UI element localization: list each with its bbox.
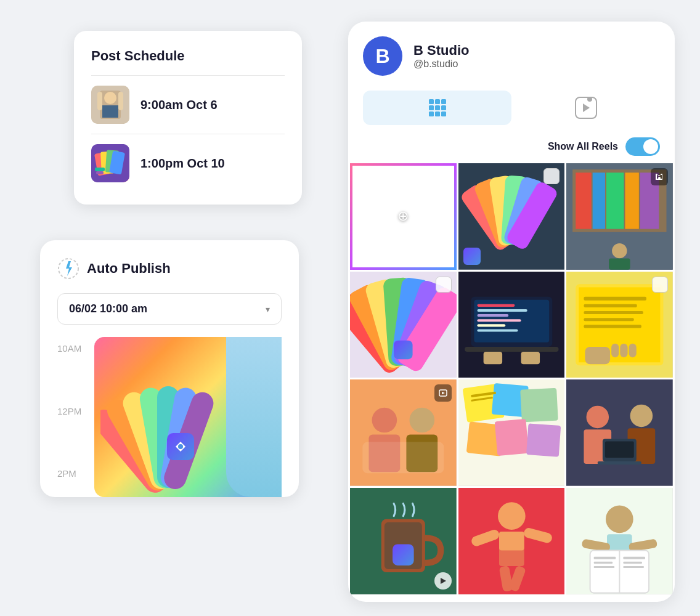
reel-play-icon bbox=[583, 103, 590, 112]
svg-rect-3 bbox=[102, 105, 118, 118]
svg-rect-71 bbox=[483, 352, 502, 364]
svg-point-116 bbox=[498, 502, 526, 530]
grid-cell-6[interactable] bbox=[566, 272, 673, 378]
toggle-thumb bbox=[643, 139, 658, 154]
svg-rect-5 bbox=[118, 92, 123, 110]
reel-badge-3 bbox=[651, 168, 668, 185]
grid-cell-11[interactable] bbox=[458, 488, 565, 594]
svg-rect-29 bbox=[376, 200, 392, 217]
schedule-item-2: 1:00pm Oct 10 bbox=[91, 134, 285, 192]
svg-point-103 bbox=[587, 406, 609, 429]
svg-point-51 bbox=[658, 177, 661, 179]
timeline-labels: 10AM 12PM 2PM bbox=[57, 337, 94, 497]
schedule-item-1: 9:00am Oct 6 bbox=[91, 76, 285, 134]
move-icon: ⊕ bbox=[397, 208, 409, 224]
svg-rect-68 bbox=[477, 324, 505, 326]
svg-rect-96 bbox=[520, 388, 558, 423]
svg-rect-102 bbox=[566, 379, 673, 486]
checkbox-badge-2[interactable] bbox=[543, 168, 560, 184]
svg-rect-27 bbox=[397, 180, 420, 193]
grid-icon bbox=[429, 99, 446, 116]
posts-grid: ⊕ bbox=[348, 163, 675, 594]
grid-cell-12[interactable] bbox=[566, 488, 673, 594]
svg-rect-12 bbox=[96, 171, 104, 174]
svg-rect-26 bbox=[375, 182, 394, 197]
bstudio-avatar: B bbox=[363, 36, 402, 76]
svg-rect-66 bbox=[477, 314, 508, 317]
svg-rect-81 bbox=[585, 347, 611, 364]
svg-point-49 bbox=[612, 243, 627, 258]
grid-cell-8[interactable] bbox=[458, 379, 565, 486]
grid-cell-7[interactable] bbox=[350, 379, 457, 486]
svg-rect-77 bbox=[584, 304, 637, 307]
grid-cell-5[interactable] bbox=[458, 272, 565, 378]
svg-rect-109 bbox=[598, 461, 641, 464]
svg-rect-60 bbox=[394, 340, 412, 359]
svg-rect-83 bbox=[621, 343, 628, 357]
show-all-reels-toggle[interactable] bbox=[625, 137, 660, 156]
post-schedule-card: Post Schedule 9:00am Oct 6 bbox=[74, 31, 302, 205]
tab-reels[interactable] bbox=[511, 88, 660, 128]
schedule-thumb-1 bbox=[91, 86, 129, 124]
bstudio-avatar-letter: B bbox=[375, 45, 389, 68]
logo-small-2 bbox=[463, 248, 481, 265]
grid-cell-4[interactable] bbox=[350, 272, 457, 378]
svg-rect-132 bbox=[594, 562, 612, 564]
svg-rect-65 bbox=[477, 309, 527, 312]
svg-rect-33 bbox=[415, 251, 426, 268]
bstudio-name: B Studio bbox=[413, 43, 469, 59]
svg-rect-47 bbox=[625, 172, 639, 229]
svg-rect-84 bbox=[629, 343, 637, 357]
grid-cell-3[interactable] bbox=[566, 163, 673, 270]
chevron-down-icon: ▾ bbox=[266, 304, 270, 314]
post-schedule-title: Post Schedule bbox=[91, 48, 285, 64]
svg-rect-31 bbox=[391, 249, 416, 270]
svg-rect-11 bbox=[95, 168, 105, 171]
svg-rect-78 bbox=[584, 311, 643, 314]
schedule-thumb-2 bbox=[91, 144, 129, 182]
svg-rect-28 bbox=[403, 196, 420, 209]
checkbox-badge-4[interactable] bbox=[436, 277, 452, 293]
svg-marker-114 bbox=[441, 578, 446, 584]
svg-rect-4 bbox=[97, 92, 102, 110]
svg-rect-90 bbox=[362, 442, 444, 474]
svg-rect-135 bbox=[624, 562, 642, 564]
svg-rect-79 bbox=[584, 318, 634, 321]
time-label-10am: 10AM bbox=[57, 343, 94, 354]
svg-rect-69 bbox=[477, 329, 518, 331]
svg-rect-98 bbox=[494, 419, 528, 456]
tab-grid[interactable] bbox=[363, 91, 511, 125]
grid-cell-9[interactable] bbox=[566, 379, 673, 486]
svg-rect-76 bbox=[584, 296, 647, 300]
grid-cell-10[interactable] bbox=[350, 488, 457, 594]
svg-rect-131 bbox=[594, 557, 616, 559]
auto-publish-card: Auto Publish 06/02 10:00 am ▾ 10AM 12PM … bbox=[40, 240, 299, 497]
svg-rect-67 bbox=[477, 319, 521, 322]
svg-rect-45 bbox=[593, 172, 605, 229]
svg-rect-72 bbox=[521, 352, 539, 364]
svg-rect-80 bbox=[584, 325, 641, 328]
svg-marker-92 bbox=[442, 392, 445, 394]
svg-point-21 bbox=[178, 444, 183, 449]
reel-play-badge-10 bbox=[434, 572, 452, 590]
grid-cell-2[interactable] bbox=[458, 163, 565, 270]
tab-bar bbox=[348, 88, 675, 128]
svg-rect-136 bbox=[624, 566, 645, 568]
time-label-12pm: 12PM bbox=[57, 406, 94, 416]
svg-rect-99 bbox=[526, 424, 561, 457]
svg-point-30 bbox=[394, 233, 412, 250]
svg-point-124 bbox=[606, 505, 633, 533]
time-label-2pm: 2PM bbox=[57, 468, 94, 479]
svg-rect-70 bbox=[465, 347, 558, 352]
bstudio-handle: @b.studio bbox=[413, 59, 469, 70]
logo-badge bbox=[167, 433, 194, 460]
schedule-time-1: 9:00am Oct 6 bbox=[140, 98, 218, 112]
grid-cell-featured[interactable]: ⊕ bbox=[350, 163, 457, 270]
datetime-selector[interactable]: 06/02 10:00 am ▾ bbox=[57, 293, 282, 325]
bstudio-card: B B Studio @b.studio Show All Reels bbox=[348, 22, 675, 602]
svg-rect-44 bbox=[576, 172, 592, 229]
svg-rect-134 bbox=[624, 557, 646, 559]
checkbox-badge-6[interactable] bbox=[652, 277, 668, 293]
reel-icon bbox=[575, 97, 597, 119]
auto-publish-icon bbox=[57, 257, 79, 280]
